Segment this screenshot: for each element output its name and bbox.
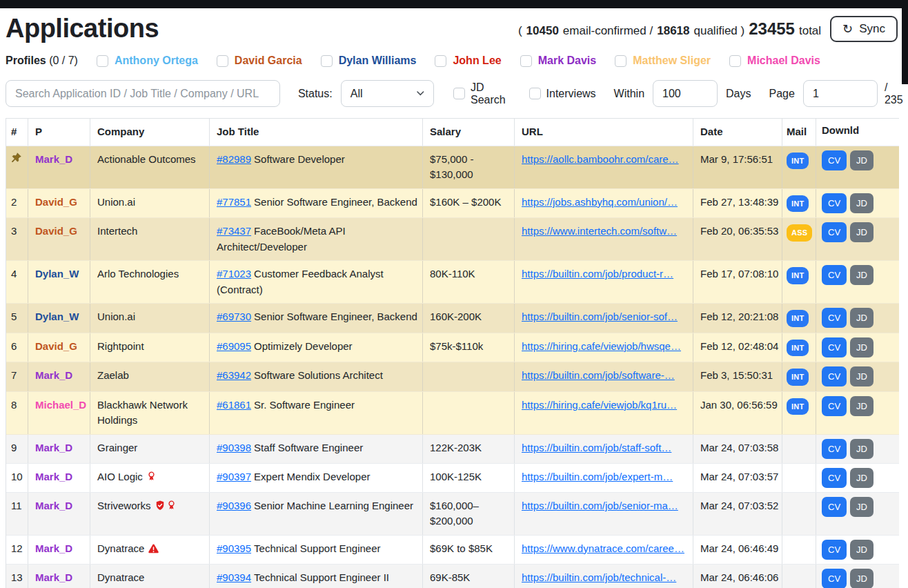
profile-name[interactable]: John Lee xyxy=(453,55,501,67)
column-header-profile[interactable]: P xyxy=(28,119,90,146)
profile-tag[interactable]: Mark_D xyxy=(35,542,72,554)
cv-download-button[interactable]: CV xyxy=(822,337,847,357)
column-header-download[interactable]: Downld xyxy=(816,119,899,146)
job-id-link[interactable]: #69095 xyxy=(217,340,251,352)
scrollbar-thumb[interactable] xyxy=(902,0,908,84)
profile-tag[interactable]: Mark_D xyxy=(35,500,72,511)
profile-checkbox[interactable] xyxy=(729,55,741,67)
profile-checkbox[interactable] xyxy=(615,55,626,67)
search-input[interactable] xyxy=(6,80,280,107)
job-id-link[interactable]: #90396 xyxy=(217,500,251,511)
column-header-jobtitle[interactable]: Job Title xyxy=(210,119,423,146)
jd-download-button[interactable]: JD xyxy=(850,265,874,285)
profile-tag[interactable]: Mark_D xyxy=(35,153,72,165)
url-link[interactable]: https://hiring.cafe/viewjob/hwsqe… xyxy=(522,340,681,352)
jd-download-button[interactable]: JD xyxy=(850,193,874,213)
url-link[interactable]: https://builtin.com/job/senior-ma… xyxy=(522,500,678,511)
profile-tag[interactable]: Mark_D xyxy=(35,571,72,583)
profile-checkbox[interactable] xyxy=(321,55,333,67)
column-header-url[interactable]: URL xyxy=(515,119,693,146)
profile-checkbox[interactable] xyxy=(97,55,108,67)
pin-icon[interactable] xyxy=(11,152,21,168)
url-link[interactable]: https://builtin.com/job/staff-soft… xyxy=(522,442,671,453)
jd-download-button[interactable]: JD xyxy=(850,308,874,328)
job-id-link[interactable]: #73437 xyxy=(217,225,251,237)
column-header-mail[interactable]: Mail xyxy=(782,119,816,146)
profile-tag[interactable]: David_G xyxy=(35,340,77,352)
cv-download-button[interactable]: CV xyxy=(822,569,847,588)
jd-download-button[interactable]: JD xyxy=(850,396,874,416)
job-id-link[interactable]: #90394 xyxy=(217,571,251,583)
job-id-link[interactable]: #90397 xyxy=(217,471,251,482)
cv-download-button[interactable]: CV xyxy=(822,222,847,242)
profile-checkbox[interactable] xyxy=(520,55,532,67)
url-link[interactable]: https://hiring.cafe/viewjob/kq1ru… xyxy=(522,399,677,411)
profile-tag[interactable]: David_G xyxy=(35,196,77,208)
cv-download-button[interactable]: CV xyxy=(822,308,847,328)
profile-checkbox[interactable] xyxy=(435,55,446,67)
cv-download-button[interactable]: CV xyxy=(822,366,847,386)
sync-button[interactable]: ↻ Sync xyxy=(830,16,898,42)
column-header-num[interactable]: # xyxy=(6,119,28,146)
profile-name[interactable]: Matthew Sliger xyxy=(633,55,711,67)
profile-name[interactable]: Anthony Ortega xyxy=(115,55,198,67)
mail-status-badge: INT xyxy=(787,340,809,357)
jd-download-button[interactable]: JD xyxy=(850,439,874,459)
cv-download-button[interactable]: CV xyxy=(822,468,847,488)
profile-name[interactable]: Dylan Williams xyxy=(339,55,417,67)
job-id-link[interactable]: #63942 xyxy=(217,369,251,381)
profile-tag[interactable]: Mark_D xyxy=(35,442,72,453)
top-bar xyxy=(0,0,908,8)
download-cell: CVJD xyxy=(816,464,899,492)
column-header-date[interactable]: Date xyxy=(693,119,782,146)
cv-download-button[interactable]: CV xyxy=(822,497,847,517)
job-id-link[interactable]: #77851 xyxy=(217,196,251,208)
jd-download-button[interactable]: JD xyxy=(850,468,874,488)
column-header-salary[interactable]: Salary xyxy=(423,119,515,146)
url-link[interactable]: https://aollc.bamboohr.com/care… xyxy=(522,153,679,165)
jd-download-button[interactable]: JD xyxy=(850,497,874,517)
job-id-link[interactable]: #90398 xyxy=(217,442,251,453)
cv-download-button[interactable]: CV xyxy=(822,396,847,416)
job-id-link[interactable]: #69730 xyxy=(217,311,251,322)
jd-download-button[interactable]: JD xyxy=(850,150,874,170)
cv-download-button[interactable]: CV xyxy=(822,265,847,285)
url-link[interactable]: https://builtin.com/job/technical-… xyxy=(522,571,676,583)
jd-download-button[interactable]: JD xyxy=(850,337,874,357)
cv-download-button[interactable]: CV xyxy=(822,439,847,459)
status-select[interactable]: All xyxy=(341,80,434,107)
profile-name[interactable]: David Garcia xyxy=(235,55,302,67)
url-link[interactable]: https://builtin.com/job/product-r… xyxy=(522,268,673,280)
cv-download-button[interactable]: CV xyxy=(822,540,847,560)
url-link[interactable]: https://builtin.com/job/expert-m… xyxy=(522,471,673,482)
job-id-link[interactable]: #90395 xyxy=(217,542,251,554)
jd-download-button[interactable]: JD xyxy=(850,540,874,560)
job-id-link[interactable]: #71023 xyxy=(217,268,251,280)
profile-tag[interactable]: Mark_D xyxy=(35,369,72,381)
job-id-link[interactable]: #82989 xyxy=(217,153,251,165)
job-id-link[interactable]: #61861 xyxy=(217,399,251,411)
profile-tag[interactable]: Mark_D xyxy=(35,471,72,482)
profile-name[interactable]: Mark Davis xyxy=(538,55,597,67)
profile-tag[interactable]: David_G xyxy=(35,225,77,237)
within-days-input[interactable] xyxy=(653,80,718,107)
url-link[interactable]: https://builtin.com/job/senior-sof… xyxy=(522,311,678,322)
url-link[interactable]: https://www.dynatrace.com/caree… xyxy=(522,542,684,554)
profile-name[interactable]: Michael Davis xyxy=(747,55,820,67)
cv-download-button[interactable]: CV xyxy=(822,193,847,213)
url-link[interactable]: https://www.intertech.com/softw… xyxy=(522,225,677,237)
profile-tag[interactable]: Dylan_W xyxy=(35,268,79,280)
interviews-checkbox[interactable] xyxy=(529,88,541,99)
column-header-company[interactable]: Company xyxy=(90,119,210,146)
profile-tag[interactable]: Dylan_W xyxy=(35,311,79,322)
jd-search-checkbox[interactable] xyxy=(453,88,465,99)
profile-tag[interactable]: Michael_D xyxy=(35,399,86,411)
cv-download-button[interactable]: CV xyxy=(822,150,847,170)
jd-download-button[interactable]: JD xyxy=(850,222,874,242)
jd-download-button[interactable]: JD xyxy=(850,569,874,588)
profile-checkbox[interactable] xyxy=(217,55,228,67)
url-link[interactable]: https://builtin.com/job/software-… xyxy=(522,369,675,381)
url-link[interactable]: https://jobs.ashbyhq.com/union/… xyxy=(522,196,678,208)
page-number-input[interactable] xyxy=(803,80,878,107)
jd-download-button[interactable]: JD xyxy=(850,366,874,386)
